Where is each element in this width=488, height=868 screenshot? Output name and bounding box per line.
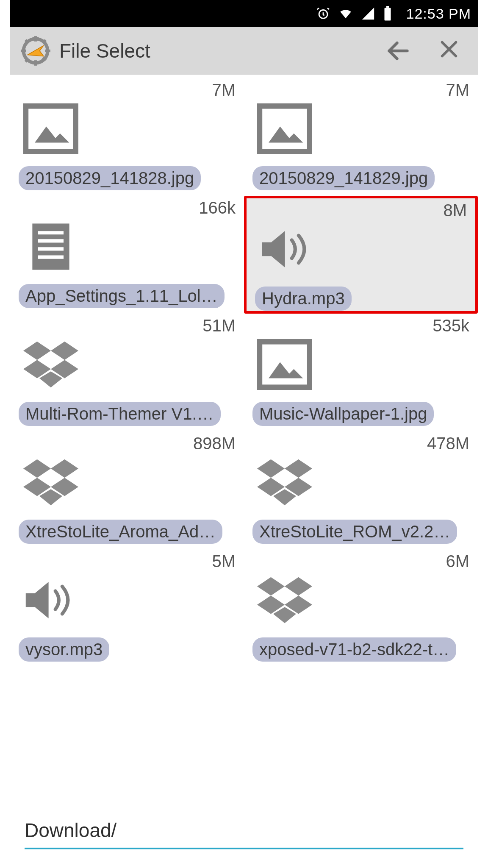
svg-rect-1	[385, 8, 391, 21]
file-size: 898M	[193, 434, 236, 453]
app-bar: File Select	[10, 27, 478, 75]
dropbox-icon	[255, 453, 314, 512]
path-bar	[10, 811, 478, 858]
file-item[interactable]: 51M Multi-Rom-Themer V1.…	[10, 314, 244, 431]
svg-rect-2	[386, 6, 389, 8]
svg-rect-15	[25, 106, 76, 152]
alarm-icon	[316, 6, 330, 21]
file-item[interactable]: 8M Hydra.mp3	[244, 196, 478, 314]
image-icon	[255, 99, 314, 159]
svg-marker-31	[23, 459, 51, 478]
svg-rect-6	[21, 49, 26, 52]
file-size: 6M	[446, 552, 469, 571]
svg-marker-37	[285, 459, 312, 478]
svg-marker-25	[51, 342, 78, 360]
file-size: 166k	[199, 198, 236, 217]
status-bar: 12:53 PM	[10, 0, 478, 27]
svg-marker-18	[269, 127, 303, 143]
dropbox-icon	[255, 570, 314, 630]
back-button[interactable]	[385, 37, 412, 64]
page-title: File Select	[59, 39, 385, 62]
file-name: XtreStoLite_Aroma_Ad…	[19, 520, 222, 544]
close-button[interactable]	[437, 37, 461, 64]
file-name: Music-Wallpaper-1.jpg	[252, 402, 434, 426]
file-size: 8M	[443, 201, 467, 220]
file-size: 478M	[427, 434, 469, 453]
file-name: 20150829_141828.jpg	[19, 166, 201, 190]
file-item[interactable]: 898M XtreStoLite_Aroma_Ad…	[10, 431, 244, 549]
svg-rect-19	[32, 223, 69, 270]
file-name: Multi-Rom-Themer V1.…	[19, 402, 221, 426]
svg-marker-42	[285, 577, 312, 595]
dropbox-icon	[21, 335, 80, 394]
svg-marker-16	[35, 127, 69, 143]
svg-marker-36	[257, 459, 285, 478]
svg-rect-5	[34, 60, 37, 66]
wifi-icon	[338, 6, 353, 21]
svg-rect-17	[259, 106, 310, 152]
file-item[interactable]: 166k App_Settings_1.11_Lol…	[10, 196, 244, 314]
audio-icon	[258, 220, 317, 279]
signal-icon	[361, 6, 375, 21]
svg-marker-41	[257, 577, 285, 595]
file-item[interactable]: 7M 20150829_141828.jpg	[10, 78, 244, 196]
file-item[interactable]: 5M vysor.mp3	[10, 549, 244, 667]
svg-rect-4	[34, 36, 37, 42]
file-name: App_Settings_1.11_Lol…	[19, 284, 225, 308]
image-icon	[255, 335, 314, 394]
file-name: xposed-v71-b2-sdk22-t…	[252, 637, 456, 662]
file-name: XtreStoLite_ROM_v2.2…	[252, 520, 457, 544]
file-item[interactable]: 7M 20150829_141829.jpg	[244, 78, 478, 196]
file-item[interactable]: 6M xposed-v71-b2-sdk22-t…	[244, 549, 478, 667]
svg-marker-30	[269, 362, 303, 378]
status-time: 12:53 PM	[406, 6, 471, 22]
path-input[interactable]	[25, 815, 463, 849]
svg-marker-32	[51, 459, 78, 478]
file-name: vysor.mp3	[19, 637, 109, 662]
file-item[interactable]: 478M XtreStoLite_ROM_v2.2…	[244, 431, 478, 549]
file-size: 535k	[433, 316, 469, 335]
svg-marker-24	[23, 342, 51, 360]
file-list: 7M 20150829_141828.jpg7M 20150829_141829…	[10, 75, 478, 811]
file-size: 5M	[212, 552, 236, 571]
svg-rect-7	[45, 49, 50, 52]
svg-rect-29	[259, 342, 310, 387]
file-item[interactable]: 535k Music-Wallpaper-1.jpg	[244, 314, 478, 431]
file-size: 7M	[446, 81, 469, 100]
document-icon	[21, 217, 80, 276]
battery-icon	[383, 6, 392, 21]
file-size: 51M	[202, 316, 236, 335]
audio-icon	[21, 570, 80, 630]
image-icon	[21, 99, 80, 159]
file-name: 20150829_141829.jpg	[252, 166, 435, 190]
file-size: 7M	[212, 81, 236, 100]
file-name: Hydra.mp3	[255, 287, 352, 311]
dropbox-icon	[21, 453, 80, 512]
tasker-app-icon	[19, 34, 53, 68]
